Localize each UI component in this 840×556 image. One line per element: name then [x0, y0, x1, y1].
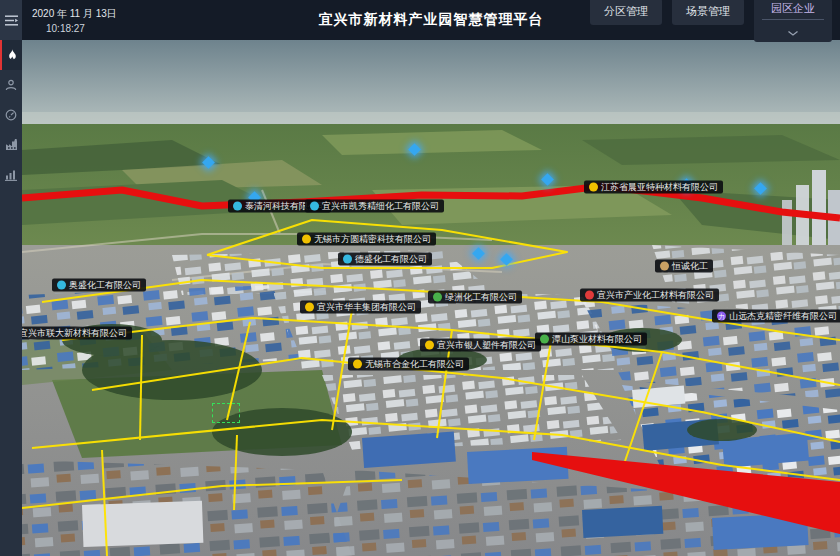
company-marker-icon	[302, 235, 311, 244]
gauge-icon	[5, 109, 17, 121]
menu-button[interactable]	[0, 0, 22, 40]
sidebar-item-fire[interactable]	[0, 40, 22, 70]
company-marker-icon	[353, 360, 362, 369]
building-marker-icon[interactable]	[472, 247, 485, 260]
company-label[interactable]: 德盛化工有限公司	[338, 253, 432, 266]
company-name: 宜兴市联大新材料有限公司	[22, 329, 127, 338]
company-name: 绿洲化工有限公司	[445, 293, 517, 302]
company-label[interactable]: 绿洲化工有限公司	[428, 291, 522, 304]
selection-box	[212, 403, 240, 423]
building-marker-icon[interactable]	[202, 156, 215, 169]
building-marker-icon[interactable]	[541, 173, 554, 186]
company-label[interactable]: 宜兴市产业化工材料有限公司	[580, 289, 719, 302]
company-name: 奥盛化工有限公司	[69, 281, 141, 290]
company-label[interactable]: 奥盛化工有限公司	[52, 279, 146, 292]
sidebar-item-bar-chart[interactable]	[0, 160, 22, 190]
company-label[interactable]: 无锡市合金化工有限公司	[348, 358, 469, 371]
company-name: 无锡市方圆精密科技有限公司	[314, 235, 431, 244]
building-marker-icon[interactable]	[500, 253, 513, 266]
company-marker-icon	[310, 202, 319, 211]
company-marker-icon	[660, 262, 669, 271]
company-name: 无锡市合金化工有限公司	[365, 360, 464, 369]
header-actions: 分区管理 场景管理 园区企业	[590, 0, 840, 42]
factory-icon	[5, 139, 18, 151]
user-icon	[5, 79, 17, 91]
app-window: 2020 年 11 月 13日 10:18:27 宜兴市新材料产业园智慧管理平台…	[0, 0, 840, 556]
company-name: 宜兴市产业化工材料有限公司	[597, 291, 714, 300]
company-name: 山远杰克精密纤维有限公司	[729, 312, 837, 321]
company-marker-icon	[305, 303, 314, 312]
company-marker-icon	[433, 293, 442, 302]
company-marker-icon	[233, 202, 242, 211]
scene-management-button[interactable]: 场景管理	[672, 0, 744, 25]
company-name: 宜兴市凯秀精细化工有限公司	[322, 202, 439, 211]
company-label[interactable]: 宜兴市银人塑件有限公司	[420, 339, 541, 352]
company-marker-icon	[425, 341, 434, 350]
sidebar-item-factory[interactable]	[0, 130, 22, 160]
menu-icon	[5, 15, 18, 26]
header-time: 10:18:27	[46, 23, 162, 34]
company-marker-icon	[589, 183, 598, 192]
company-label[interactable]: 宜兴市凯秀精细化工有限公司	[305, 200, 444, 213]
company-label[interactable]: 力山远杰克精密纤维有限公司	[712, 310, 840, 323]
header-date: 2020 年 11 月 13日	[32, 7, 162, 21]
sidebar-item-user[interactable]	[0, 70, 22, 100]
sidebar	[0, 0, 22, 556]
company-marker-icon	[57, 281, 66, 290]
building-marker-icon[interactable]	[408, 143, 421, 156]
company-label[interactable]: 恒诚化工	[655, 260, 713, 273]
company-name: 潭山泵业材料有限公司	[552, 335, 642, 344]
company-marker-icon: 力	[717, 312, 726, 321]
company-marker-icon	[540, 335, 549, 344]
map-overlay: 泰清河科技有限公司宜兴市凯秀精细化工有限公司无锡市方圆精密科技有限公司德盛化工有…	[22, 40, 840, 556]
fire-icon	[6, 49, 18, 62]
company-marker-icon	[585, 291, 594, 300]
company-marker-icon	[343, 255, 352, 264]
datetime-block: 2020 年 11 月 13日 10:18:27	[22, 7, 162, 34]
dropdown-selected-value: 园区企业	[762, 1, 824, 20]
header: 2020 年 11 月 13日 10:18:27 宜兴市新材料产业园智慧管理平台…	[22, 0, 840, 40]
company-name: 德盛化工有限公司	[355, 255, 427, 264]
bar-chart-icon	[5, 169, 17, 181]
company-name: 江苏省晨亚特种材料有限公司	[601, 183, 718, 192]
sidebar-item-gauge[interactable]	[0, 100, 22, 130]
company-label[interactable]: 江苏省晨亚特种材料有限公司	[584, 181, 723, 194]
park-enterprise-dropdown[interactable]: 园区企业	[754, 0, 832, 42]
company-label[interactable]: 无锡市方圆精密科技有限公司	[297, 233, 436, 246]
company-name: 宜兴市华丰集团有限公司	[317, 303, 416, 312]
company-label[interactable]: 潭山泵业材料有限公司	[535, 333, 647, 346]
company-label[interactable]: 宜兴市华丰集团有限公司	[300, 301, 421, 314]
company-name: 恒诚化工	[672, 262, 708, 271]
company-label[interactable]: 宜兴市联大新材料有限公司	[22, 327, 132, 340]
map-view[interactable]: 泰清河科技有限公司宜兴市凯秀精细化工有限公司无锡市方圆精密科技有限公司德盛化工有…	[22, 40, 840, 556]
company-name: 宜兴市银人塑件有限公司	[437, 341, 536, 350]
chevron-down-icon	[788, 22, 798, 40]
zone-management-button[interactable]: 分区管理	[590, 0, 662, 25]
building-marker-icon[interactable]	[754, 182, 767, 195]
